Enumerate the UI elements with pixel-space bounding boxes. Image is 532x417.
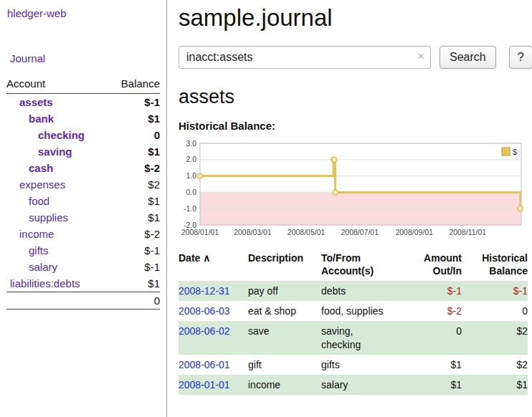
column-header-balance: HistoricalBalance <box>462 251 528 281</box>
svg-text:2008/05/01: 2008/05/01 <box>288 228 326 236</box>
account-balance: 0 <box>109 127 160 143</box>
transaction-accounts: food, supplies <box>321 301 391 321</box>
account-heading: assets <box>179 86 532 108</box>
account-row: income$-2 <box>6 226 160 242</box>
column-header-line: Amount <box>391 252 462 265</box>
transaction-amount: $1 <box>391 375 462 395</box>
svg-text:-1.0: -1.0 <box>184 204 196 213</box>
app-title-link[interactable]: hledger-web <box>7 7 160 19</box>
account-balance: $2 <box>109 176 160 193</box>
account-row: gifts$-1 <box>6 242 160 259</box>
account-link[interactable]: assets <box>19 96 53 108</box>
transaction-row: 2008-06-03eat & shopfood, supplies$-20 <box>179 301 528 321</box>
account-link[interactable]: gifts <box>29 244 49 257</box>
transaction-date-link[interactable]: 2008-06-02 <box>179 325 230 337</box>
account-link[interactable]: liabilities:debts <box>10 277 80 289</box>
account-row: salary$-1 <box>6 259 160 275</box>
svg-text:2008/07/01: 2008/07/01 <box>341 228 379 236</box>
account-balance: $1 <box>109 209 160 226</box>
transaction-description: pay off <box>248 281 321 301</box>
transaction-balance: $2 <box>462 321 528 354</box>
transaction-date-link[interactable]: 2008-01-01 <box>179 379 230 390</box>
help-button[interactable]: ? <box>509 46 532 69</box>
account-row: assets$-1 <box>6 94 160 111</box>
account-balance: $1 <box>109 143 160 160</box>
svg-text:2008/01/01: 2008/01/01 <box>181 228 219 236</box>
svg-text:2008/03/01: 2008/03/01 <box>234 228 272 236</box>
account-row: food$1 <box>6 193 160 209</box>
register-header-row: Date ∧DescriptionTo/FromAccount(s)Amount… <box>179 251 528 281</box>
search-input[interactable] <box>179 46 431 69</box>
transaction-date-link[interactable]: 2008-12-31 <box>179 285 230 297</box>
transaction-balance: $-1 <box>462 281 528 301</box>
account-link[interactable]: expenses <box>19 178 65 191</box>
column-header-description: Description <box>248 251 321 281</box>
account-link[interactable]: checking <box>38 129 85 141</box>
column-header-line: Out/In <box>391 265 462 278</box>
column-header-amount: AmountOut/In <box>391 251 462 281</box>
transaction-amount: 0 <box>391 321 462 354</box>
transaction-accounts: debts <box>321 281 391 301</box>
transaction-row: 2008-01-01incomesalary$1$1 <box>179 375 528 395</box>
accounts-header-balance: Balance <box>109 76 160 94</box>
account-row: checking0 <box>6 127 160 143</box>
account-link[interactable]: supplies <box>29 211 68 224</box>
account-link[interactable]: saving <box>38 145 72 158</box>
transaction-row: 2008-12-31pay offdebts$-1$-1 <box>179 281 528 301</box>
accounts-table: Account Balance assets$-1bank$1checking0… <box>6 76 160 310</box>
account-link[interactable]: salary <box>29 261 57 273</box>
transaction-date-link[interactable]: 2008-06-01 <box>179 359 230 370</box>
column-header-accounts: To/FromAccount(s) <box>321 251 391 281</box>
account-balance: $-2 <box>109 160 160 176</box>
transaction-description: save <box>248 321 321 354</box>
svg-text:1.0: 1.0 <box>186 171 196 180</box>
transaction-amount: $-2 <box>391 301 462 321</box>
account-row: liabilities:debts$1 <box>6 275 160 292</box>
transaction-accounts: salary <box>321 375 391 395</box>
transaction-accounts: saving, checking <box>321 321 391 354</box>
account-balance: $1 <box>109 110 160 127</box>
column-header-line: Account(s) <box>321 265 386 278</box>
search-box: × <box>179 46 431 69</box>
svg-text:2008/09/01: 2008/09/01 <box>395 228 433 236</box>
account-link[interactable]: income <box>19 228 54 240</box>
account-link[interactable]: cash <box>29 162 53 174</box>
column-header-date[interactable]: Date ∧ <box>179 251 248 281</box>
account-balance: $-2 <box>109 226 160 242</box>
accounts-total-spacer <box>6 292 109 310</box>
svg-text:0.0: 0.0 <box>186 188 196 196</box>
app-window: hledger-web Journal Account Balance asse… <box>0 0 532 417</box>
transaction-date-link[interactable]: 2008-06-03 <box>179 305 230 317</box>
svg-text:$: $ <box>513 148 517 156</box>
transaction-accounts: gifts <box>321 355 391 375</box>
transaction-balance: $1 <box>462 375 528 395</box>
accounts-header-row: Account Balance <box>6 76 160 94</box>
transaction-description: income <box>248 375 321 395</box>
page-title: sample.journal <box>179 4 532 32</box>
account-link[interactable]: bank <box>29 112 54 125</box>
column-header-line: Description <box>248 252 315 265</box>
column-header-line: Date ∧ <box>179 252 242 265</box>
account-balance: $-1 <box>109 259 160 275</box>
chart-title: Historical Balance: <box>179 120 532 132</box>
transaction-description: gift <box>248 355 321 375</box>
accounts-total-row: 0 <box>6 292 160 310</box>
account-link[interactable]: food <box>29 195 49 207</box>
transaction-balance: 0 <box>462 301 528 321</box>
journal-link[interactable]: Journal <box>10 52 160 64</box>
account-balance: $-1 <box>109 242 160 259</box>
account-row: cash$-2 <box>6 160 160 176</box>
svg-text:2.0: 2.0 <box>186 155 196 163</box>
historical-balance-chart: 3.02.01.00.0-1.0-2.02008/01/012008/03/01… <box>179 138 528 239</box>
transaction-description: eat & shop <box>248 301 321 321</box>
search-button[interactable]: Search <box>440 46 496 69</box>
account-balance: $-1 <box>109 94 160 111</box>
clear-search-icon[interactable]: × <box>417 49 424 64</box>
account-balance: $1 <box>109 275 160 292</box>
transaction-balance: $2 <box>462 355 528 375</box>
search-bar: × Search ? <box>179 46 532 69</box>
account-balance: $1 <box>109 193 160 209</box>
sort-ascending-icon: ∧ <box>200 252 210 264</box>
transaction-row: 2008-06-01giftgifts$1$2 <box>179 355 528 375</box>
sidebar: hledger-web Journal Account Balance asse… <box>0 0 167 417</box>
